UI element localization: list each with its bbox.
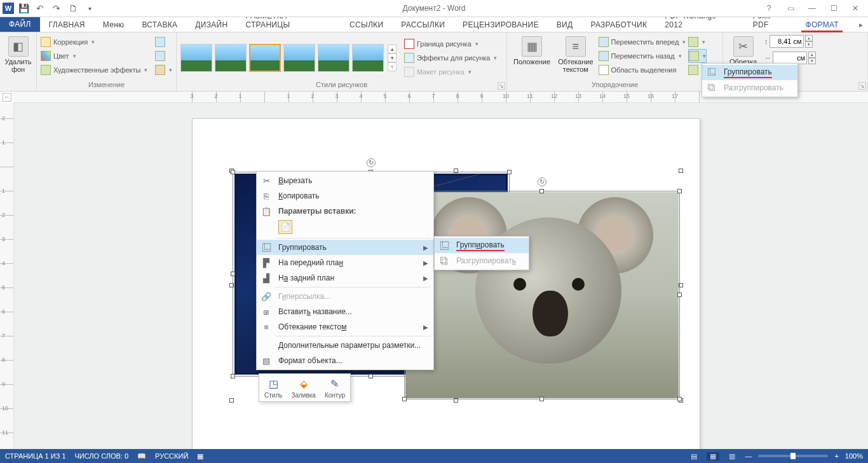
ungroup-icon: ⿻: [438, 255, 450, 266]
word-icon: W: [3, 3, 14, 14]
ctx-send-back[interactable]: ▟На задний план▶: [257, 270, 433, 286]
ctx-wrap[interactable]: ≡Обтекание текстом▶: [257, 319, 433, 335]
tab-review[interactable]: РЕЦЕНЗИРОВАНИЕ: [454, 18, 548, 32]
tab-home[interactable]: ГЛАВНАЯ: [40, 18, 94, 32]
tabs-scroll-icon[interactable]: ▸: [854, 18, 868, 32]
position-button[interactable]: ▦Положение: [511, 35, 553, 67]
close-icon[interactable]: ✕: [848, 4, 863, 13]
ctx-format-object[interactable]: ▧Формат объекта...: [257, 353, 433, 368]
status-word-count[interactable]: ЧИСЛО СЛОВ: 0: [75, 452, 129, 460]
mini-outline-button[interactable]: ✎Контур: [322, 377, 348, 399]
qat-more-icon[interactable]: ▾: [83, 1, 97, 15]
border-icon: [404, 39, 414, 49]
layout-icon: [404, 67, 414, 77]
maximize-icon[interactable]: ☐: [826, 4, 841, 13]
tab-file[interactable]: ФАЙЛ: [0, 17, 40, 32]
dialog-launcher-icon[interactable]: ↘: [858, 82, 866, 90]
tab-insert[interactable]: ВСТАВКА: [133, 18, 186, 32]
ctx-more-layout[interactable]: Дополнительные параметры разметки...: [257, 338, 433, 353]
style-thumb[interactable]: [215, 44, 247, 72]
paste-keep-source-icon[interactable]: 📄: [278, 220, 292, 234]
context-submenu-group: ⿺Группировать ⿻Разгруппировать: [434, 236, 529, 270]
wrap-text-button[interactable]: ≡Обтекание текстом: [555, 35, 595, 74]
group-objects-button[interactable]: ▾: [688, 49, 707, 63]
save-icon[interactable]: 💾: [17, 1, 31, 15]
page-area[interactable]: ↻ ↻ ◳Стиль ⬙Заливка: [14, 103, 868, 449]
ruler-vertical[interactable]: 21 123 456 789 101112: [0, 103, 14, 449]
status-language[interactable]: РУССКИЙ: [155, 452, 188, 460]
view-read-icon[interactable]: ▤: [688, 452, 700, 460]
help-icon[interactable]: ?: [761, 4, 776, 13]
send-backward-button[interactable]: Переместить назад▾: [599, 49, 686, 63]
spin-up-icon[interactable]: ▴: [805, 35, 813, 41]
reset-icon: [155, 65, 165, 75]
style-thumb-selected[interactable]: [249, 44, 281, 72]
crop-button[interactable]: ✂Обрезка: [727, 35, 759, 67]
paste-icon: 📋: [261, 205, 272, 217]
reset-picture-button[interactable]: ▾: [155, 63, 172, 77]
new-doc-icon[interactable]: 🗋: [66, 1, 80, 15]
dialog-launcher-icon[interactable]: ↘: [498, 82, 505, 90]
tab-view[interactable]: ВИД: [548, 18, 582, 32]
style-thumb[interactable]: [318, 44, 349, 72]
minimize-icon[interactable]: —: [804, 4, 820, 13]
picture-border-button[interactable]: Граница рисунка▾: [404, 37, 497, 51]
tab-selector-icon[interactable]: ⌐: [3, 93, 11, 102]
align-button[interactable]: ▾: [688, 35, 707, 49]
style-icon: ◳: [264, 377, 282, 390]
tab-developer[interactable]: РАЗРАБОТЧИК: [581, 18, 656, 32]
status-macro-icon[interactable]: ▦: [197, 452, 203, 460]
ribbon: ◧ Удалить фон Коррекция▾ Цвет▾ Художеств…: [0, 32, 868, 92]
artistic-effects-button[interactable]: Художественные эффекты▾: [41, 63, 147, 77]
compress-button[interactable]: [155, 35, 172, 49]
undo-icon[interactable]: ↶: [33, 1, 47, 15]
zoom-slider[interactable]: [758, 455, 828, 457]
zoom-in-icon[interactable]: +: [834, 452, 838, 460]
tab-menu[interactable]: Меню: [94, 18, 133, 32]
picture-effects-button[interactable]: Эффекты для рисунка▾: [404, 51, 497, 65]
width-input[interactable]: ↔ ▴▾: [764, 52, 816, 64]
ribbon-options-icon[interactable]: ▭: [783, 4, 798, 13]
menu-item-group[interactable]: ⿺Группировать: [702, 65, 797, 80]
change-picture-button[interactable]: [155, 49, 172, 63]
ctx-bring-front[interactable]: ▛На передний план▶: [257, 255, 433, 270]
style-gallery[interactable]: ▴▾▿: [180, 44, 397, 72]
style-thumb[interactable]: [283, 44, 315, 72]
ctx-caption[interactable]: 🗉Вставить название...: [257, 304, 433, 319]
rotate-handle-icon[interactable]: ↻: [367, 158, 376, 167]
tab-references[interactable]: ССЫЛКИ: [341, 18, 392, 32]
style-thumb[interactable]: [180, 44, 212, 72]
style-thumb[interactable]: [352, 44, 384, 72]
tab-mailings[interactable]: РАССЫЛКИ: [392, 18, 454, 32]
spin-down-icon[interactable]: ▾: [805, 41, 813, 48]
palette-icon: [41, 51, 51, 61]
gallery-scroll[interactable]: ▴▾▿: [388, 45, 397, 71]
color-button[interactable]: Цвет▾: [41, 49, 147, 63]
ctx-cut[interactable]: ✂Вырезать: [257, 173, 433, 188]
picture-layout-button[interactable]: Макет рисунка▾: [404, 65, 497, 79]
selection-pane-button[interactable]: Область выделения: [599, 63, 686, 77]
height-input[interactable]: ↕ ▴▾: [764, 35, 816, 48]
mini-style-button[interactable]: ◳Стиль: [262, 377, 285, 399]
tab-design[interactable]: ДИЗАЙН: [186, 18, 236, 32]
rotate-handle-icon[interactable]: ↻: [538, 177, 546, 186]
corrections-button[interactable]: Коррекция▾: [41, 35, 147, 49]
zoom-level[interactable]: 100%: [845, 452, 863, 460]
back-icon: ▟: [261, 272, 272, 284]
bring-forward-button[interactable]: Переместить вперед▾: [599, 35, 686, 49]
tab-format[interactable]: ФОРМАТ: [796, 18, 848, 32]
zoom-out-icon[interactable]: —: [745, 452, 752, 460]
submenu-group[interactable]: ⿺Группировать: [435, 238, 529, 253]
view-web-icon[interactable]: ▥: [726, 452, 738, 460]
remove-background-button[interactable]: ◧ Удалить фон: [4, 35, 32, 74]
view-print-icon[interactable]: ▦: [707, 452, 719, 460]
status-page[interactable]: СТРАНИЦА 1 ИЗ 1: [5, 452, 66, 460]
menu-item-ungroup: ⿻Разгруппировать: [702, 80, 797, 95]
mini-fill-button[interactable]: ⬙Заливка: [288, 377, 318, 399]
ctx-copy[interactable]: ⎘Копировать: [257, 188, 433, 204]
selection-pic2[interactable]: ↻: [404, 191, 680, 399]
redo-icon[interactable]: ↷: [50, 1, 64, 15]
ctx-group[interactable]: ⿺Группировать▶: [257, 240, 433, 255]
status-proofing-icon[interactable]: 📖: [137, 452, 146, 460]
compress-icon: [155, 37, 165, 47]
